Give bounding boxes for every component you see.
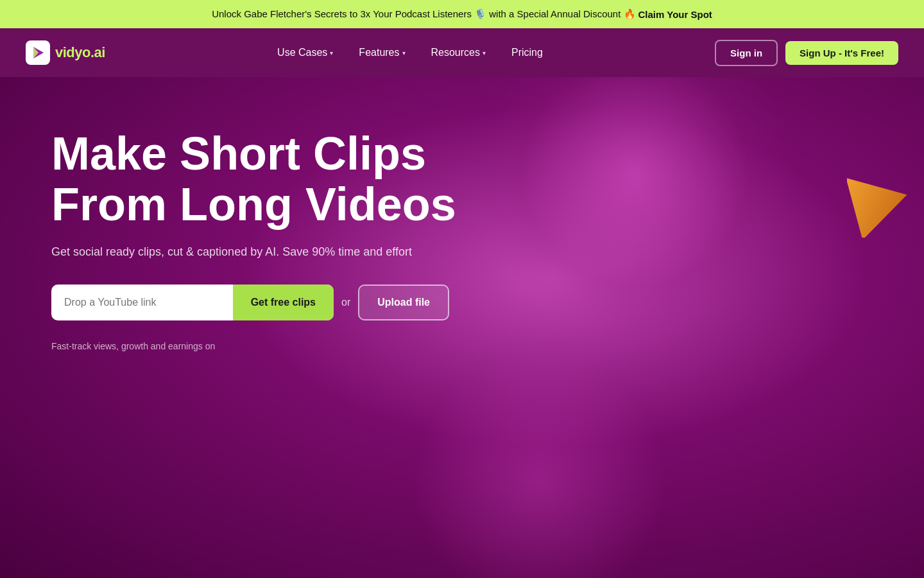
youtube-link-input[interactable] (51, 285, 233, 320)
nav-features[interactable]: Features ▾ (348, 42, 415, 64)
get-clips-button[interactable]: Get free clips (233, 285, 334, 320)
hero-subtitle: Get social ready clips, cut & captioned … (51, 245, 436, 259)
nav-resources[interactable]: Resources ▾ (421, 42, 496, 64)
logo-icon (26, 40, 50, 65)
input-row: Get free clips or Upload file (51, 285, 873, 320)
nav-links: Use Cases ▾ Features ▾ Resources ▾ Prici… (267, 42, 553, 64)
nav-use-cases[interactable]: Use Cases ▾ (267, 42, 343, 64)
use-cases-chevron-icon: ▾ (330, 49, 333, 57)
logo-text: vidyo.ai (55, 44, 105, 61)
resources-chevron-icon: ▾ (483, 49, 486, 57)
glow-orb-2 (411, 353, 667, 578)
hero-title: Make Short Clips From Long Videos (51, 128, 501, 230)
upload-file-button[interactable]: Upload file (358, 285, 449, 320)
hero-section: Make Short Clips From Long Videos Get so… (0, 77, 924, 578)
fast-track-text: Fast-track views, growth and earnings on (51, 341, 873, 351)
or-divider: or (341, 297, 350, 308)
announcement-text: Unlock Gabe Fletcher's Secrets to 3x You… (212, 8, 635, 20)
youtube-input-wrapper: Get free clips (51, 285, 334, 320)
features-chevron-icon: ▾ (402, 49, 406, 57)
navbar: vidyo.ai Use Cases ▾ Features ▾ Resource… (0, 28, 924, 77)
claim-your-spot-link[interactable]: Claim Your Spot (638, 9, 712, 20)
signin-button[interactable]: Sign in (715, 40, 778, 66)
svg-marker-2 (847, 167, 911, 238)
nav-pricing[interactable]: Pricing (501, 42, 553, 64)
signup-button[interactable]: Sign Up - It's Free! (785, 41, 898, 65)
announcement-bar: Unlock Gabe Fletcher's Secrets to 3x You… (0, 0, 924, 28)
nav-actions: Sign in Sign Up - It's Free! (715, 40, 898, 66)
logo[interactable]: vidyo.ai (26, 40, 105, 65)
